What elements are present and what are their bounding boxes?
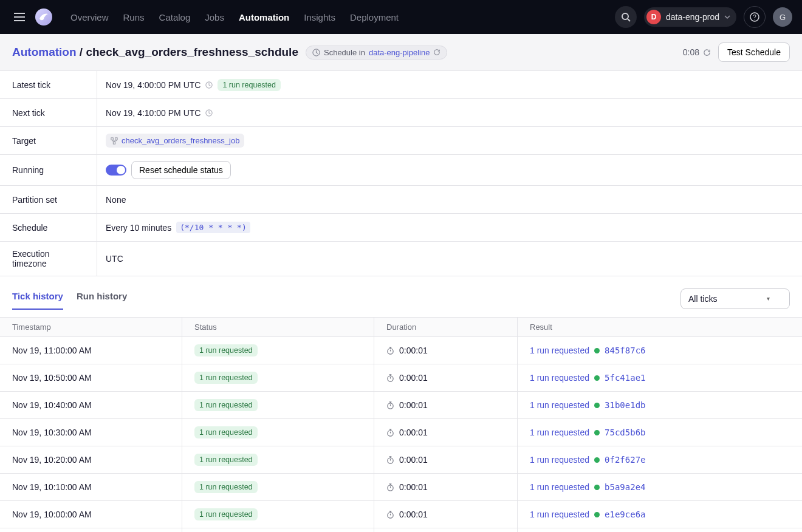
clock-icon [205, 109, 213, 117]
table-row: Nov 19, 10:50:00 AM1 run requested0:00:0… [0, 364, 802, 391]
tick-duration: 0:00:01 [399, 482, 428, 492]
status-badge: 1 run requested [194, 508, 258, 520]
svg-point-20 [388, 512, 393, 517]
tick-duration: 0:00:01 [399, 455, 428, 465]
svg-rect-1 [14, 16, 25, 18]
svg-rect-2 [14, 20, 25, 21]
tick-history-table: Timestamp Status Duration Result Nov 19,… [0, 317, 802, 532]
run-id-link[interactable]: 31b0e1db [605, 400, 645, 410]
table-row: Nov 19, 10:40:00 AM1 run requested0:00:0… [0, 391, 802, 418]
target-job-chip[interactable]: check_avg_orders_freshness_job [106, 134, 244, 148]
run-id-link[interactable]: e1e9ce6a [605, 510, 645, 519]
run-id-link[interactable]: 75cd5b6b [605, 428, 645, 437]
detail-label: Execution timezone [0, 242, 97, 276]
nav-link-automation[interactable]: Automation [231, 7, 296, 27]
status-badge: 1 run requested [194, 344, 258, 356]
svg-point-4 [622, 13, 628, 19]
success-dot-icon [594, 457, 600, 463]
nav-link-runs[interactable]: Runs [116, 7, 152, 27]
svg-rect-12 [115, 137, 117, 139]
refresh-icon[interactable] [433, 49, 440, 56]
caret-down-icon: ▾ [767, 295, 770, 302]
tick-timestamp: Nov 19, 10:30:00 AM [12, 428, 92, 437]
job-icon [111, 137, 118, 145]
tick-filter-select[interactable]: All ticks ▾ [680, 288, 790, 309]
help-icon[interactable]: ? [744, 6, 766, 28]
tick-duration: 0:00:01 [399, 373, 428, 383]
tab-run-history[interactable]: Run history [77, 287, 127, 310]
run-id-link[interactable]: 845f87c6 [605, 346, 645, 355]
tick-timestamp: Nov 19, 11:00:00 AM [12, 346, 92, 355]
tick-timestamp: Nov 19, 10:50:00 AM [12, 373, 92, 383]
nav-link-jobs[interactable]: Jobs [197, 7, 231, 27]
reset-schedule-button[interactable]: Reset schedule status [131, 161, 231, 179]
stopwatch-icon [386, 347, 394, 355]
success-dot-icon [594, 403, 600, 408]
result-link[interactable]: 1 run requested [530, 482, 589, 492]
result-link[interactable]: 1 run requested [530, 455, 589, 465]
stopwatch-icon [386, 456, 394, 464]
target-job-name: check_avg_orders_freshness_job [122, 136, 239, 145]
svg-point-14 [388, 348, 393, 353]
detail-label: Latest tick [0, 71, 97, 98]
test-schedule-button[interactable]: Test Schedule [718, 43, 790, 62]
breadcrumb-current: check_avg_orders_freshness_schdule [86, 46, 298, 58]
running-toggle[interactable] [106, 165, 126, 176]
breadcrumb-root[interactable]: Automation [12, 46, 77, 58]
detail-label: Target [0, 127, 97, 154]
refresh-icon[interactable] [703, 49, 711, 56]
run-id-link[interactable]: 5fc41ae1 [605, 373, 645, 383]
result-link[interactable]: 1 run requested [530, 428, 589, 437]
svg-point-17 [388, 430, 393, 435]
table-row: Nov 19, 9:50:00 AM1 run requested0:00:01… [0, 528, 802, 532]
svg-rect-0 [14, 13, 25, 14]
schedule-cron: (*/10 * * * *) [176, 222, 250, 233]
status-badge: 1 run requested [194, 454, 258, 466]
result-link[interactable]: 1 run requested [530, 346, 589, 355]
nav-link-deployment[interactable]: Deployment [343, 7, 406, 27]
next-tick-value: Nov 19, 4:10:00 PM UTC [106, 108, 200, 118]
chip-link[interactable]: data-eng-pipeline [369, 48, 430, 57]
status-badge: 1 run requested [218, 79, 281, 91]
logo-icon[interactable] [34, 7, 53, 27]
success-dot-icon [594, 430, 600, 435]
table-row: Nov 19, 10:10:00 AM1 run requested0:00:0… [0, 473, 802, 500]
chevron-down-icon [724, 14, 730, 20]
stopwatch-icon [386, 511, 394, 519]
schedule-location-chip[interactable]: Schedule in data-eng-pipeline [306, 46, 447, 60]
tick-timestamp: Nov 19, 10:10:00 AM [12, 482, 92, 492]
result-link[interactable]: 1 run requested [530, 510, 589, 519]
status-badge: 1 run requested [194, 399, 258, 411]
nav-link-overview[interactable]: Overview [63, 7, 116, 27]
table-header: Timestamp Status Duration Result [0, 317, 802, 336]
nav-link-catalog[interactable]: Catalog [152, 7, 198, 27]
detail-label: Next tick [0, 99, 97, 126]
deployment-selector[interactable]: D data-eng-prod [644, 7, 736, 27]
run-id-link[interactable]: 0f2f627e [605, 455, 645, 465]
search-icon[interactable] [615, 6, 637, 28]
svg-point-15 [388, 375, 393, 381]
partition-value: None [106, 195, 126, 205]
result-link[interactable]: 1 run requested [530, 373, 589, 383]
countdown: 0:08 [683, 47, 711, 57]
svg-rect-11 [111, 137, 113, 139]
user-avatar[interactable]: G [773, 7, 792, 27]
status-badge: 1 run requested [194, 481, 258, 493]
success-dot-icon [594, 375, 600, 381]
clock-icon [205, 81, 213, 89]
stopwatch-icon [386, 374, 394, 382]
tick-timestamp: Nov 19, 10:00:00 AM [12, 510, 92, 519]
tab-tick-history[interactable]: Tick history [12, 287, 63, 310]
deployment-name: data-eng-prod [666, 12, 719, 22]
col-result: Result [518, 318, 802, 336]
clock-icon [312, 49, 320, 56]
table-row: Nov 19, 10:00:00 AM1 run requested0:00:0… [0, 500, 802, 528]
tick-timestamp: Nov 19, 10:20:00 AM [12, 455, 92, 465]
result-link[interactable]: 1 run requested [530, 400, 589, 410]
history-tabs: Tick history Run history All ticks ▾ [0, 276, 802, 310]
nav-link-insights[interactable]: Insights [296, 7, 343, 27]
run-id-link[interactable]: b5a9a2e4 [605, 482, 645, 492]
col-timestamp: Timestamp [0, 318, 182, 336]
page-header: Automation / check_avg_orders_freshness_… [0, 34, 802, 71]
hamburger-menu-icon[interactable] [10, 7, 29, 27]
